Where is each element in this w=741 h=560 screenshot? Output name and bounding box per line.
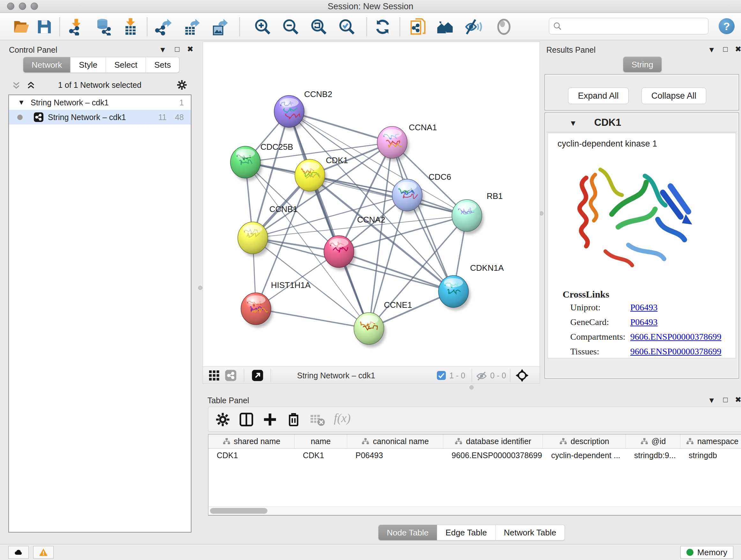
export-image-icon[interactable] bbox=[211, 18, 228, 36]
node-CDC6[interactable] bbox=[392, 179, 424, 214]
selected-checkbox-icon[interactable] bbox=[437, 371, 446, 380]
table-settings-gear-icon[interactable] bbox=[215, 412, 231, 428]
control-panel-float-icon[interactable]: □ bbox=[175, 45, 180, 54]
results-panel-close-icon[interactable]: ✖ bbox=[735, 45, 741, 54]
gene-expander-icon[interactable]: ▼ bbox=[569, 119, 577, 128]
delete-column-icon[interactable] bbox=[286, 412, 301, 428]
collection-expander-icon[interactable]: ▼ bbox=[18, 98, 25, 107]
warning-icon[interactable] bbox=[33, 546, 54, 559]
table-row[interactable]: CDK1CDK1P064939606.ENSP00000378699cyclin… bbox=[208, 449, 741, 462]
gene-section-header[interactable]: ▼ CDK1 bbox=[546, 114, 737, 132]
crosslink-link[interactable]: 9606.ENSP00000378699 bbox=[630, 347, 721, 357]
column-header-namespace[interactable]: namespace bbox=[680, 435, 741, 448]
table-horizontal-scrollbar[interactable] bbox=[208, 506, 741, 515]
close-window-button[interactable] bbox=[7, 3, 14, 10]
memory-button[interactable]: Memory bbox=[680, 546, 733, 559]
control-panel-menu-icon[interactable]: ▼ bbox=[159, 45, 166, 54]
zoom-selected-icon[interactable] bbox=[338, 18, 355, 36]
tab-style[interactable]: Style bbox=[71, 57, 106, 72]
tab-string[interactable]: String bbox=[623, 57, 662, 72]
column-header-name[interactable]: name bbox=[294, 435, 347, 448]
node-CDC25B[interactable] bbox=[230, 146, 262, 181]
search-input[interactable] bbox=[564, 21, 708, 31]
node-CCNE1[interactable] bbox=[354, 313, 386, 348]
edge-CCNA2-CDKN1A[interactable] bbox=[339, 252, 454, 292]
network-row[interactable]: String Network – cdk1 11 48 bbox=[9, 110, 191, 125]
control-panel-close-icon[interactable]: ✖ bbox=[187, 45, 193, 54]
node-CDK1[interactable] bbox=[295, 159, 327, 194]
tab-node-table[interactable]: Node Table bbox=[379, 525, 437, 540]
render-preview-icon[interactable] bbox=[495, 18, 513, 36]
network-list-view-icon[interactable] bbox=[225, 369, 237, 381]
tab-edge-table[interactable]: Edge Table bbox=[437, 525, 495, 540]
export-table-icon[interactable] bbox=[183, 18, 200, 36]
zoom-fit-icon[interactable] bbox=[310, 18, 327, 36]
table-cell[interactable]: cyclin-dependent ... bbox=[543, 449, 626, 462]
crosshair-icon[interactable] bbox=[515, 368, 529, 382]
horizontal-splitter-handle[interactable] bbox=[469, 385, 474, 389]
open-file-icon[interactable] bbox=[13, 18, 30, 36]
search-box[interactable] bbox=[549, 18, 709, 35]
column-header-database-identifier[interactable]: database identifier bbox=[443, 435, 543, 448]
import-network-database-icon[interactable] bbox=[94, 18, 112, 36]
crosslink-link[interactable]: P06493 bbox=[630, 317, 658, 327]
import-table-icon[interactable] bbox=[122, 18, 139, 36]
node-HIST1H1A[interactable] bbox=[241, 293, 273, 327]
edge-CCNB2-CDKN1A[interactable] bbox=[289, 111, 454, 292]
column-header-shared-name[interactable]: shared name bbox=[208, 435, 294, 448]
network-graph[interactable]: CCNB2CCNA1CDC25BCDK1CDC6RB1CCNB1CCNA2CDK… bbox=[203, 42, 540, 366]
show-columns-icon[interactable] bbox=[239, 412, 254, 428]
table-panel-close-icon[interactable]: ✖ bbox=[735, 395, 741, 404]
crosslink-link[interactable]: P06493 bbox=[630, 302, 658, 313]
node-label-CCNB2: CCNB2 bbox=[304, 89, 332, 99]
tab-network-table[interactable]: Network Table bbox=[495, 525, 564, 540]
hide-graphics-details-icon[interactable] bbox=[465, 18, 482, 36]
gear-icon[interactable] bbox=[176, 79, 188, 92]
crosslink-link[interactable]: 9606.ENSP00000378699 bbox=[630, 332, 721, 342]
tab-network[interactable]: Network bbox=[23, 57, 71, 72]
expand-all-button[interactable]: Expand All bbox=[568, 87, 629, 104]
add-column-icon[interactable] bbox=[262, 412, 278, 428]
zoom-window-button[interactable] bbox=[30, 3, 38, 10]
zoom-in-icon[interactable] bbox=[254, 18, 271, 36]
tab-select[interactable]: Select bbox=[106, 57, 146, 72]
table-cell[interactable]: stringdb:9... bbox=[626, 449, 680, 462]
apply-layout-icon[interactable] bbox=[374, 18, 391, 36]
export-network-icon[interactable] bbox=[155, 18, 172, 36]
node-CDKN1A[interactable] bbox=[439, 275, 470, 310]
results-panel-menu-icon[interactable]: ▼ bbox=[708, 45, 716, 54]
node-CCNA1[interactable] bbox=[377, 126, 409, 161]
minimize-window-button[interactable] bbox=[19, 3, 26, 10]
table-cell[interactable]: CDK1 bbox=[208, 449, 294, 462]
table-panel-float-icon[interactable]: □ bbox=[723, 395, 728, 404]
share-document-icon[interactable] bbox=[410, 18, 427, 36]
results-panel-float-icon[interactable]: □ bbox=[723, 45, 728, 54]
edge-HIST1H1A-CCNE1[interactable] bbox=[256, 309, 369, 328]
home-icon[interactable] bbox=[436, 18, 454, 36]
table-panel-menu-icon[interactable]: ▼ bbox=[708, 396, 716, 405]
import-network-icon[interactable] bbox=[68, 18, 85, 36]
detach-view-icon[interactable] bbox=[252, 369, 264, 381]
table-cell[interactable]: P06493 bbox=[347, 449, 443, 462]
tab-sets[interactable]: Sets bbox=[146, 57, 179, 72]
network-collection-row[interactable]: ▼ String Network – cdk1 1 bbox=[9, 95, 191, 110]
table-cell[interactable]: stringdb bbox=[680, 449, 741, 462]
help-icon[interactable]: ? bbox=[719, 18, 735, 34]
scrollbar-thumb[interactable] bbox=[210, 508, 267, 514]
column-header-canonical-name[interactable]: canonical name bbox=[347, 435, 443, 448]
table-cell[interactable]: 9606.ENSP00000378699 bbox=[443, 449, 543, 462]
edge-RB1-CCNE1[interactable] bbox=[369, 215, 467, 328]
table-cell[interactable]: CDK1 bbox=[294, 449, 347, 462]
column-header-description[interactable]: description bbox=[543, 435, 626, 448]
node-RB1[interactable] bbox=[452, 199, 484, 234]
node-CCNB2[interactable] bbox=[274, 96, 306, 130]
left-splitter-handle[interactable] bbox=[198, 286, 202, 290]
grid-view-icon[interactable] bbox=[208, 369, 220, 381]
save-session-icon[interactable] bbox=[36, 18, 53, 36]
collapse-all-button[interactable]: Collapse All bbox=[642, 87, 706, 104]
cloud-status-icon[interactable] bbox=[8, 546, 29, 559]
zoom-out-icon[interactable] bbox=[282, 18, 299, 36]
node-CCNB1[interactable] bbox=[238, 222, 270, 257]
network-canvas[interactable]: CCNB2CCNA1CDC25BCDK1CDC6RB1CCNB1CCNA2CDK… bbox=[203, 42, 540, 367]
column-header--id[interactable]: @id bbox=[626, 435, 680, 448]
